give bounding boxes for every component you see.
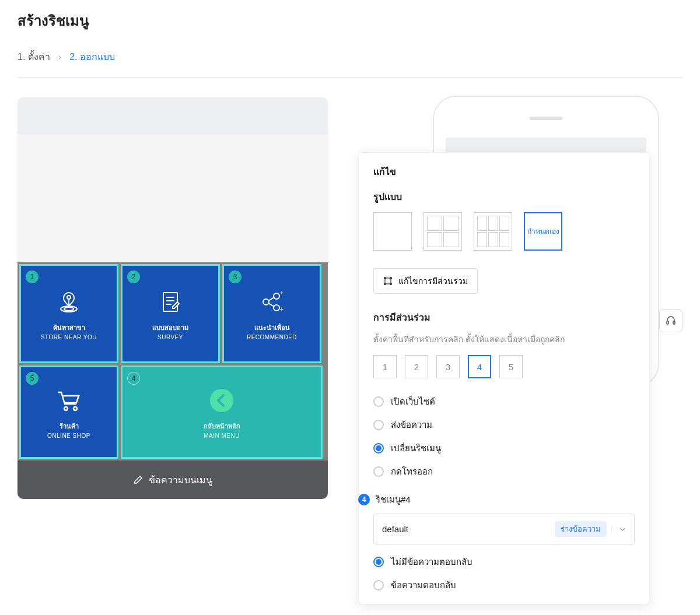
- radio-label: ไม่มีข้อความตอบกลับ: [391, 555, 473, 569]
- template-custom-label: กำหนดเอง: [527, 227, 559, 237]
- svg-line-11: [268, 303, 274, 307]
- svg-point-16: [210, 389, 233, 412]
- svg-rect-22: [667, 321, 668, 324]
- richmenu-cell-1[interactable]: 1 ค้นหาสาขา STORE NEAR YOU: [19, 264, 118, 363]
- select-tag: ร่างข้อความ: [555, 521, 607, 537]
- cell-label-en: STORE NEAR YOU: [41, 334, 97, 340]
- breadcrumb-step1[interactable]: 1. ตั้งค่า: [18, 50, 50, 64]
- template-heading: รูปแบบ: [373, 189, 635, 204]
- edit-panel: แก้ไข รูปแบบ กำหนดเอง: [358, 152, 650, 605]
- footer-label: ข้อความบนเมนู: [149, 473, 212, 487]
- svg-line-10: [268, 297, 274, 301]
- template-option-single[interactable]: [373, 212, 412, 251]
- edit-interaction-label: แก้ไขการมีส่วนร่วม: [398, 275, 468, 287]
- edit-interaction-button[interactable]: แก้ไขการมีส่วนร่วม: [373, 268, 478, 294]
- cell-label-th: แบบสอบถาม: [152, 322, 188, 333]
- preview-canvas: [18, 134, 328, 262]
- svg-text:+: +: [280, 290, 284, 296]
- edit-title: แก้ไข: [373, 164, 635, 179]
- svg-point-19: [390, 277, 392, 279]
- recommend-icon: ++: [257, 287, 286, 317]
- svg-point-9: [274, 305, 279, 311]
- reply-radio-group: ไม่มีข้อความตอบกลับ ข้อความตอบกลับ: [373, 555, 635, 592]
- cell-badge: 3: [229, 270, 242, 283]
- radio-label: ข้อความตอบกลับ: [391, 578, 456, 592]
- breadcrumb-separator: ›: [58, 52, 61, 62]
- cell-label-th: กลับหน้าหลัก: [204, 421, 240, 431]
- cell-badge: 5: [26, 372, 38, 385]
- cell-label-th: แนะนำเพื่อน: [254, 322, 290, 333]
- cell-label-th: ค้นหาสาขา: [53, 322, 85, 333]
- svg-point-14: [64, 407, 68, 410]
- svg-point-7: [263, 299, 269, 305]
- richmenu-target-text: ริชเมนู#4: [376, 493, 411, 507]
- preview-footer-button[interactable]: ข้อความบนเมนู: [18, 461, 328, 499]
- divider: [18, 77, 682, 78]
- template-options: กำหนดเอง: [373, 212, 635, 251]
- breadcrumb-step2[interactable]: 2. ออกแบบ: [69, 50, 115, 64]
- radio-label: ส่งข้อความ: [391, 418, 432, 432]
- reply-none[interactable]: ไม่มีข้อความตอบกลับ: [373, 555, 635, 569]
- richmenu-cell-4[interactable]: 4 กลับหน้าหลัก MAIN MENU: [121, 366, 323, 459]
- action-open-url[interactable]: เปิดเว็บไซต์: [373, 395, 635, 409]
- survey-icon: [156, 287, 185, 317]
- cell-badge: 1: [26, 270, 38, 283]
- help-button[interactable]: [659, 309, 682, 332]
- richmenu-cell-5[interactable]: 5 ร้านค้า ONLINE SHOP: [19, 366, 118, 459]
- slot-selector: 1 2 3 4 5: [373, 355, 635, 378]
- back-icon: [207, 386, 236, 415]
- svg-point-2: [67, 296, 71, 299]
- action-call[interactable]: กดโทรออก: [373, 465, 635, 479]
- step-badge: 4: [358, 494, 370, 505]
- slot-2[interactable]: 2: [405, 355, 428, 378]
- action-switch-richmenu[interactable]: เปลี่ยนริชเมนู: [373, 441, 635, 455]
- svg-rect-3: [163, 293, 177, 311]
- action-send-message[interactable]: ส่งข้อความ: [373, 418, 635, 432]
- svg-point-8: [274, 293, 279, 299]
- cart-icon: [54, 386, 83, 415]
- breadcrumb: 1. ตั้งค่า › 2. ออกแบบ: [18, 50, 682, 64]
- cell-badge: 4: [127, 372, 140, 385]
- action-radio-group: เปิดเว็บไซต์ ส่งข้อความ เปลี่ยนริชเมนู ก…: [373, 395, 635, 479]
- richmenu-target-label: 4 ริชเมนู#4: [358, 493, 635, 507]
- pencil-icon: [134, 475, 143, 484]
- chevron-down-icon: [611, 526, 626, 533]
- richmenu-cell-3[interactable]: 3 ++ แนะนำเพื่อน RECOMMENDED: [222, 264, 321, 363]
- svg-point-20: [384, 283, 386, 285]
- svg-rect-17: [385, 278, 391, 284]
- svg-point-15: [74, 407, 77, 410]
- radio-label: เปลี่ยนริชเมนู: [391, 441, 441, 455]
- slot-3[interactable]: 3: [436, 355, 460, 378]
- reply-has[interactable]: ข้อความตอบกลับ: [373, 578, 635, 592]
- richmenu-grid: 1 ค้นหาสาขา STORE NEAR YOU 2 แบบสอบถาม: [18, 262, 328, 461]
- richmenu-preview-card: 1 ค้นหาสาขา STORE NEAR YOU 2 แบบสอบถาม: [18, 97, 328, 499]
- template-option-custom[interactable]: กำหนดเอง: [524, 212, 562, 251]
- richmenu-cell-2[interactable]: 2 แบบสอบถาม SURVEY: [121, 264, 220, 363]
- template-option-2x2[interactable]: [424, 212, 462, 251]
- pin-icon: [54, 287, 83, 317]
- richmenu-select[interactable]: default ร่างข้อความ: [373, 514, 635, 544]
- page-title: สร้างริชเมนู: [18, 9, 682, 32]
- svg-point-18: [384, 277, 386, 279]
- preview-titlebar: [18, 97, 328, 134]
- template-option-3x2[interactable]: [474, 212, 512, 251]
- radio-label: เปิดเว็บไซต์: [391, 395, 435, 409]
- radio-label: กดโทรออก: [391, 465, 433, 479]
- cell-badge: 2: [127, 270, 140, 283]
- cell-label-en: ONLINE SHOP: [47, 433, 90, 439]
- slot-1[interactable]: 1: [373, 355, 397, 378]
- svg-point-21: [390, 283, 392, 285]
- headset-icon: [665, 315, 677, 326]
- phone-speaker: [530, 117, 562, 120]
- select-value: default: [382, 524, 408, 534]
- interaction-heading: การมีส่วนร่วม: [373, 310, 635, 325]
- cell-label-en: SURVEY: [158, 334, 183, 340]
- svg-text:+: +: [280, 306, 284, 312]
- cell-label-en: MAIN MENU: [204, 433, 240, 439]
- slot-5[interactable]: 5: [499, 355, 523, 378]
- cell-label-en: RECOMMENDED: [247, 334, 297, 340]
- slot-4[interactable]: 4: [468, 355, 491, 378]
- interaction-description: ตั้งค่าพื้นที่สำหรับการคลิก ตั้งให้แสดงเ…: [373, 333, 635, 346]
- cell-label-th: ร้านค้า: [60, 421, 79, 431]
- svg-rect-23: [673, 321, 675, 324]
